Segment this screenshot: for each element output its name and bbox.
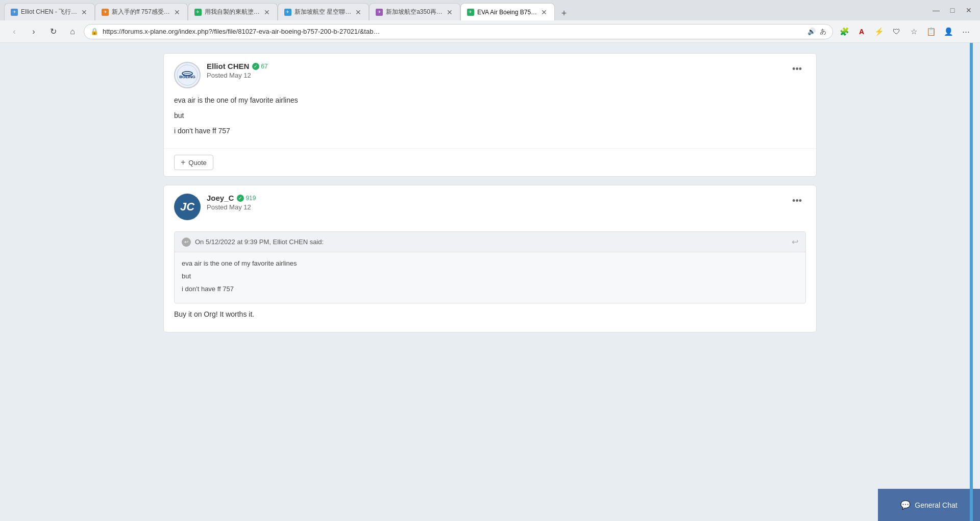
avatar-initials-2: JC: [180, 200, 194, 214]
tab-favicon-6: ✈: [467, 9, 474, 16]
favorites-icon[interactable]: ☆: [905, 23, 922, 40]
tab-close-1[interactable]: ✕: [80, 8, 88, 16]
profile-icon[interactable]: 👤: [940, 23, 957, 40]
tab-favicon-1: ✈: [11, 9, 18, 16]
tab-favicon-3: ✈: [194, 9, 202, 16]
avatar-2: JC: [174, 194, 201, 220]
tab-label-3: 用我自製的東航塗…: [205, 8, 260, 16]
plus-icon-1: +: [181, 158, 185, 167]
quote-body-2: eva air is the one of my favorite airlin…: [175, 252, 805, 302]
verified-check-icon-1: ✓: [252, 63, 259, 70]
tab-close-3[interactable]: ✕: [263, 8, 271, 16]
tab-label-1: Elliot CHEN - 飞行…: [21, 8, 77, 16]
post-header-left-2: JC Joey_C ✓ 919 Posted May 12: [174, 194, 256, 220]
tab-label-5: 新加坡航空a350再…: [386, 8, 443, 16]
general-chat-button[interactable]: 💬 General Chat: [878, 489, 980, 521]
new-tab-button[interactable]: +: [557, 6, 571, 20]
author-name-text-1: Elliot CHEN: [207, 62, 249, 70]
quote-header-2: ↩ On 5/12/2022 at 9:39 PM, Elliot CHEN s…: [175, 232, 805, 252]
tab-label-4: 新加坡航空 星空聯…: [295, 8, 351, 16]
title-bar: ✈ Elliot CHEN - 飞行… ✕ ✈ 新入手的ff 757感受… ✕ …: [0, 0, 980, 20]
tab-favicon-4: ✈: [284, 9, 291, 16]
post-body-2: Buy it on Org! It worths it.: [164, 309, 816, 332]
post-line-2-1: Buy it on Org! It worths it.: [174, 309, 806, 321]
verified-badge-2: ✓ 919: [237, 195, 256, 202]
verified-badge-1: ✓ 67: [252, 63, 267, 70]
browser-frame: ✈ Elliot CHEN - 飞行… ✕ ✈ 新入手的ff 757感受… ✕ …: [0, 0, 980, 521]
post-card-2: JC Joey_C ✓ 919 Posted May 12 •••: [163, 185, 817, 332]
side-scroll-indicator: [970, 43, 973, 521]
rep-count-2: 919: [246, 195, 256, 202]
post-date-1: Posted May 12: [207, 72, 268, 79]
address-bar[interactable]: 🔒 https://forums.x-plane.org/index.php?/…: [84, 24, 833, 39]
quote-btn-label-1: Quote: [188, 159, 206, 167]
settings-icon[interactable]: ⋯: [958, 23, 974, 40]
home-button[interactable]: ⌂: [64, 23, 81, 40]
acrobat-icon[interactable]: A: [853, 23, 870, 40]
lock-icon: 🔒: [90, 28, 99, 35]
tab-2[interactable]: ✈ 新入手的ff 757感受… ✕: [95, 3, 188, 20]
tab-4[interactable]: ✈ 新加坡航空 星空聯… ✕: [278, 3, 369, 20]
quote-line-2: but: [182, 271, 798, 282]
quote-reply-button[interactable]: ↩: [792, 237, 798, 247]
tab-6[interactable]: ✈ EVA Air Boeing B75… ✕: [460, 3, 555, 20]
post-header-1: BOEING Elliot CHEN ✓ 67: [164, 54, 816, 94]
tab-close-4[interactable]: ✕: [354, 8, 362, 16]
quote-line-3: i don't have ff 757: [182, 284, 798, 295]
tabs-container: ✈ Elliot CHEN - 飞行… ✕ ✈ 新入手的ff 757感受… ✕ …: [4, 0, 925, 20]
close-button[interactable]: ✕: [962, 3, 976, 17]
quote-line-1: eva air is the one of my favorite airlin…: [182, 258, 798, 269]
post-menu-button-2[interactable]: •••: [788, 194, 806, 208]
tab-label-6: EVA Air Boeing B75…: [477, 9, 537, 16]
tab-label-2: 新入手的ff 757感受…: [112, 8, 170, 16]
minimize-button[interactable]: —: [929, 3, 943, 17]
post-date-2: Posted May 12: [207, 203, 256, 211]
rep-count-1: 67: [261, 63, 267, 70]
quote-attribution-text: On 5/12/2022 at 9:39 PM, Elliot CHEN sai…: [195, 238, 324, 246]
refresh-button[interactable]: ↻: [45, 23, 61, 40]
avatar-1: BOEING: [174, 62, 201, 88]
back-button[interactable]: ‹: [6, 23, 22, 40]
tab-3[interactable]: ✈ 用我自製的東航塗… ✕: [188, 3, 278, 20]
author-name-text-2: Joey_C: [207, 194, 234, 202]
post-header-2: JC Joey_C ✓ 919 Posted May 12 •••: [164, 185, 816, 226]
quote-block-2: ↩ On 5/12/2022 at 9:39 PM, Elliot CHEN s…: [174, 231, 806, 303]
post-line-1-2: but: [174, 110, 806, 122]
copilot-icon[interactable]: ⚡: [871, 23, 887, 40]
nav-icons: 🧩 A ⚡ 🛡 ☆ 📋 👤 ⋯: [836, 23, 974, 40]
nav-bar: ‹ › ↻ ⌂ 🔒 https://forums.x-plane.org/ind…: [0, 20, 980, 43]
quote-header-left-2: ↩ On 5/12/2022 at 9:39 PM, Elliot CHEN s…: [182, 238, 324, 247]
post-author-name-2: Joey_C ✓ 919: [207, 194, 256, 202]
window-controls: — □ ✕: [929, 3, 976, 17]
post-footer-1: + Quote: [164, 148, 816, 176]
tab-favicon-2: ✈: [102, 9, 109, 16]
post-card-1: BOEING Elliot CHEN ✓ 67: [163, 53, 817, 177]
tab-close-5[interactable]: ✕: [446, 8, 454, 16]
tab-5[interactable]: ✈ 新加坡航空a350再… ✕: [369, 3, 460, 20]
tab-1[interactable]: ✈ Elliot CHEN - 飞行… ✕: [4, 3, 95, 20]
chat-icon: 💬: [900, 500, 911, 510]
quote-button-1[interactable]: + Quote: [174, 155, 213, 170]
post-line-1-1: eva air is the one of my favorite airlin…: [174, 94, 806, 107]
address-text: https://forums.x-plane.org/index.php?/fi…: [103, 28, 803, 35]
tab-favicon-5: ✈: [376, 9, 383, 16]
collections-icon[interactable]: 📋: [923, 23, 939, 40]
forward-button[interactable]: ›: [26, 23, 42, 40]
post-body-1: eva air is the one of my favorite airlin…: [164, 94, 816, 148]
post-header-left-1: BOEING Elliot CHEN ✓ 67: [174, 62, 268, 88]
read-aloud-icon: 🔊: [807, 28, 816, 35]
page-content: BOEING Elliot CHEN ✓ 67: [0, 43, 980, 521]
translate-icon: あ: [820, 27, 826, 36]
tab-close-6[interactable]: ✕: [540, 8, 548, 16]
security-icon[interactable]: 🛡: [888, 23, 904, 40]
extensions-icon[interactable]: 🧩: [836, 23, 852, 40]
post-menu-button-1[interactable]: •••: [788, 62, 806, 77]
general-chat-label: General Chat: [915, 501, 957, 509]
tab-close-2[interactable]: ✕: [173, 8, 181, 16]
quote-attribution-icon: ↩: [182, 238, 191, 247]
post-author-info-1: Elliot CHEN ✓ 67 Posted May 12: [207, 62, 268, 79]
maximize-button[interactable]: □: [945, 3, 960, 17]
post-author-name-1: Elliot CHEN ✓ 67: [207, 62, 268, 70]
verified-check-icon-2: ✓: [237, 195, 244, 202]
post-author-info-2: Joey_C ✓ 919 Posted May 12: [207, 194, 256, 211]
